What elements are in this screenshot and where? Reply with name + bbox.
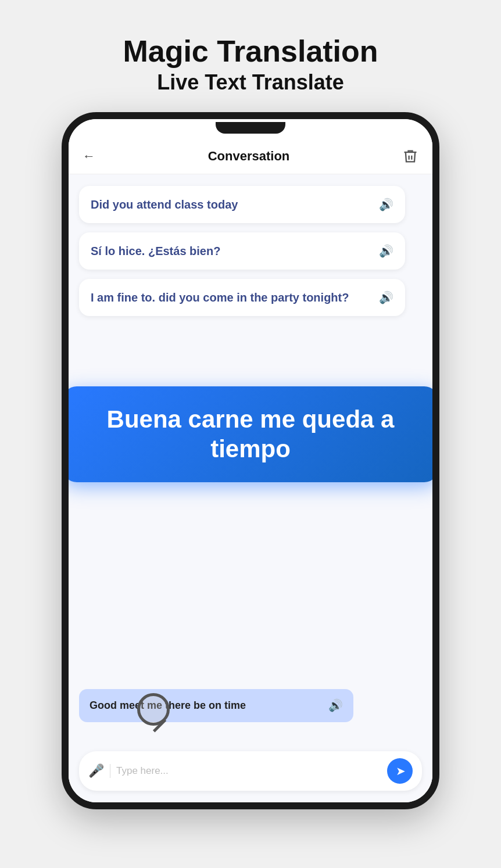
back-button[interactable]: ← xyxy=(83,149,95,164)
selected-bubble-text: Good meet me there be on time xyxy=(90,698,321,713)
page-subtitle: Live Text Translate xyxy=(123,70,378,95)
page-header: Magic Translation Live Text Translate xyxy=(123,0,378,112)
input-placeholder[interactable]: Type here... xyxy=(116,765,381,777)
phone-wrapper: ← Conversation Did you attend class toda… xyxy=(53,112,448,868)
chat-bubble-2: Sí lo hice. ¿Estás bien? 🔊 xyxy=(79,232,405,270)
sound-icon-3[interactable]: 🔊 xyxy=(379,290,393,304)
sound-icon-2[interactable]: 🔊 xyxy=(379,244,393,258)
sound-icon-1[interactable]: 🔊 xyxy=(379,198,393,211)
bubble-text-1: Did you attend class today xyxy=(91,196,372,213)
selected-bubble: Good meet me there be on time 🔊 xyxy=(79,689,353,722)
bottom-chat: Good meet me there be on time 🔊 🎤 Type h… xyxy=(69,550,432,802)
send-button[interactable]: ➤ xyxy=(387,758,413,784)
phone-notch xyxy=(216,122,285,134)
phone-inner: ← Conversation Did you attend class toda… xyxy=(69,137,432,802)
translation-text: Buena carne me queda a tiempo xyxy=(84,405,417,464)
bubble-text-3: I am fine to. did you come in the party … xyxy=(91,289,372,306)
input-divider xyxy=(110,764,110,778)
sound-icon-selected[interactable]: 🔊 xyxy=(328,698,343,712)
notch-area xyxy=(69,119,432,137)
chat-bubble-1: Did you attend class today 🔊 xyxy=(79,186,405,223)
conversation-title: Conversation xyxy=(208,149,290,164)
input-bar: 🎤 Type here... ➤ xyxy=(79,751,422,791)
delete-button[interactable] xyxy=(402,148,418,164)
magnifier-icon xyxy=(137,693,184,740)
mic-icon[interactable]: 🎤 xyxy=(88,763,104,779)
send-icon: ➤ xyxy=(396,764,406,778)
top-bar: ← Conversation xyxy=(69,137,432,174)
chat-bubble-3: I am fine to. did you come in the party … xyxy=(79,279,405,316)
translation-overlay: Buena carne me queda a tiempo xyxy=(69,386,432,482)
page-title: Magic Translation xyxy=(123,35,378,68)
bubble-text-2: Sí lo hice. ¿Estás bien? xyxy=(91,243,372,259)
phone-frame: ← Conversation Did you attend class toda… xyxy=(62,112,439,809)
